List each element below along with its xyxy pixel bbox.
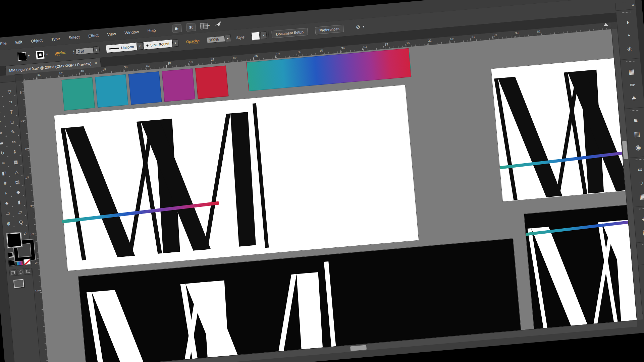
bridge-button[interactable]: Br xyxy=(172,24,182,33)
expand-panels-icon[interactable]: « xyxy=(632,3,634,8)
mesh-tool[interactable]: # xyxy=(0,178,12,189)
default-fill-stroke-icon[interactable] xyxy=(8,252,13,257)
swatches-panel[interactable]: ▦ xyxy=(624,65,639,78)
canvas[interactable]: DESIGNS BYMMINC DESIGNS BYMMINC xyxy=(23,29,637,362)
chevron-down-icon[interactable]: ▾ xyxy=(363,25,364,28)
opacity-label[interactable]: Opacity: xyxy=(186,39,200,44)
width-tool[interactable]: ≈ xyxy=(0,158,10,169)
free-transform-tool[interactable]: ▦ xyxy=(9,157,22,168)
swap-fill-stroke-icon[interactable]: ⇄ xyxy=(23,231,27,236)
menu-item-window[interactable]: Window xyxy=(120,28,143,37)
scale-tool[interactable]: ⇕ xyxy=(8,146,21,158)
rectangle-tool[interactable]: □ xyxy=(6,116,19,127)
stock-button[interactable]: St xyxy=(186,23,196,32)
swatch-teal[interactable] xyxy=(61,77,95,111)
color-button[interactable] xyxy=(8,260,15,267)
perspective-grid-tool[interactable]: △ xyxy=(10,167,23,178)
dock-gripper[interactable] xyxy=(642,244,644,246)
menu-item-object[interactable]: Object xyxy=(26,36,47,45)
fill-indicator[interactable] xyxy=(6,232,23,249)
preferences-button[interactable]: Preferences xyxy=(315,25,344,35)
draw-behind-button[interactable] xyxy=(17,268,24,276)
symbol-sprayer-tool[interactable]: ♣ xyxy=(0,197,13,208)
scissors-tool[interactable]: ✂ xyxy=(7,136,20,147)
horizontal-scroll-thumb[interactable] xyxy=(350,345,367,351)
none-button[interactable] xyxy=(24,258,31,265)
document-setup-button[interactable]: Document Setup xyxy=(271,28,308,38)
stroke-profile-arrow[interactable]: ▾ xyxy=(137,42,143,50)
menu-item-file[interactable]: File xyxy=(0,39,11,48)
fill-swatch[interactable] xyxy=(17,52,27,61)
isolation-mode-icon[interactable]: ⊘ xyxy=(356,24,360,30)
draw-normal-button[interactable] xyxy=(9,269,17,276)
swatch-magenta-purple[interactable] xyxy=(162,68,195,102)
menu-item-select[interactable]: Select xyxy=(64,33,84,42)
eyedropper-tool[interactable]: ◗ xyxy=(0,188,12,199)
stepper-down-icon[interactable]: ▾ xyxy=(73,52,74,54)
lasso-tool[interactable]: ⊃ xyxy=(4,96,17,107)
brush-arrow[interactable]: ▾ xyxy=(172,39,179,47)
swatch-royal-blue[interactable] xyxy=(128,71,162,105)
links-panel[interactable]: ▣ xyxy=(635,189,644,203)
paintbrush-tool[interactable]: ✏ xyxy=(0,127,7,138)
opacity-field[interactable]: 100% xyxy=(207,36,225,43)
color-guide-panel[interactable]: ✳ xyxy=(622,42,637,56)
dock-gripper[interactable] xyxy=(631,110,639,113)
menu-item-help[interactable]: Help xyxy=(143,26,160,35)
menu-item-view[interactable]: View xyxy=(103,30,121,39)
shape-builder-tool[interactable]: ◧ xyxy=(0,168,11,179)
pattern-options-panel[interactable]: ↻ xyxy=(640,247,644,261)
share-button[interactable] xyxy=(214,21,222,29)
direct-selection-tool[interactable]: ▽ xyxy=(3,86,16,97)
pencil-tool[interactable]: ✎ xyxy=(6,126,19,137)
eraser-tool[interactable]: ▰ xyxy=(0,137,8,148)
hand-tool[interactable]: ψ xyxy=(2,218,15,229)
menu-item-type[interactable]: Type xyxy=(47,35,65,43)
artboard-tool[interactable]: ▭ xyxy=(1,207,14,219)
dock-gripper[interactable] xyxy=(639,208,644,210)
fill-stroke-control[interactable]: ⇄ xyxy=(6,231,29,257)
swatch-ocean-blue[interactable] xyxy=(95,74,128,108)
rotate-tool[interactable]: ↻ xyxy=(0,147,9,159)
stroke-profile-dropdown[interactable]: Uniform xyxy=(106,42,137,53)
stroke-panel[interactable]: ≡ xyxy=(629,114,643,127)
transparency-panel[interactable]: ◉ xyxy=(631,140,644,154)
stroke-swatch[interactable] xyxy=(36,50,45,60)
asset-export-panel[interactable]: ▼ xyxy=(642,270,644,284)
appearance-panel[interactable]: ◌ xyxy=(634,176,644,190)
dock-gripper[interactable] xyxy=(635,159,644,162)
stroke-weight-dropdown[interactable]: ▾ xyxy=(93,46,100,54)
draw-inside-button[interactable] xyxy=(24,268,32,275)
style-control[interactable]: ▾ xyxy=(251,27,267,45)
stroke-color-control[interactable]: ▾ xyxy=(35,46,49,63)
style-swatch[interactable] xyxy=(251,32,260,40)
chevron-down-icon[interactable]: ▾ xyxy=(46,53,48,56)
artboards-panel[interactable]: ▥ xyxy=(638,225,644,239)
stroke-weight-field[interactable]: 2 pt xyxy=(75,47,94,55)
dock-gripper[interactable] xyxy=(626,61,635,63)
stepper[interactable]: ▴ ▾ xyxy=(73,50,75,54)
layers-panel[interactable]: ◈ xyxy=(637,212,644,226)
libraries-panel[interactable]: ∞ xyxy=(633,163,644,176)
brushes-panel[interactable]: ✏ xyxy=(626,78,640,92)
fill-color-control[interactable]: ▾ xyxy=(17,48,31,65)
chevron-down-icon[interactable]: ▾ xyxy=(28,54,30,57)
type-tool[interactable]: T xyxy=(5,106,18,117)
menu-item-effect[interactable]: Effect xyxy=(84,31,103,40)
slice-tool[interactable]: ▱ xyxy=(13,206,26,218)
color-panel[interactable]: ◑ xyxy=(620,15,634,29)
artboard-white-banner[interactable]: DESIGNS BYMMINC xyxy=(54,84,419,271)
dock-gripper[interactable] xyxy=(622,12,631,14)
gradient-fill-panel[interactable]: ▤ xyxy=(630,127,644,141)
swatch-crimson[interactable] xyxy=(195,65,229,99)
zoom-tool[interactable]: Q xyxy=(14,217,28,228)
gradient-tool[interactable]: ▤ xyxy=(11,176,24,187)
brush-dropdown[interactable]: 5 pt. Round xyxy=(143,39,173,50)
stroke-label[interactable]: Stroke: xyxy=(54,50,66,56)
screen-mode-button[interactable] xyxy=(13,279,24,288)
menu-item-edit[interactable]: Edit xyxy=(11,38,27,47)
opacity-arrow[interactable]: ▸ xyxy=(225,35,231,42)
blend-tool[interactable]: ◆ xyxy=(12,186,25,197)
gradient-panel[interactable]: ◔ xyxy=(621,29,636,43)
column-graph-tool[interactable]: ▮ xyxy=(12,196,25,207)
